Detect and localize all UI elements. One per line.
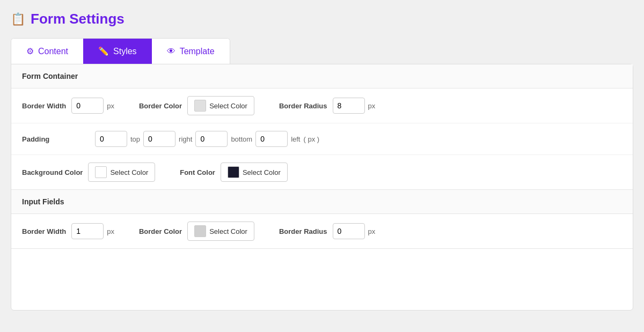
border-radius-input[interactable] xyxy=(333,98,365,114)
border-radius-input-group: px xyxy=(333,98,376,114)
input-border-radius-field: Border Radius px xyxy=(279,223,375,239)
page-title: Form Settings xyxy=(31,11,125,27)
input-border-radius-group: px xyxy=(333,223,376,239)
input-border-width-group: px xyxy=(71,223,114,239)
tab-template[interactable]: 👁 Template xyxy=(152,39,230,64)
padding-left-label: left xyxy=(291,135,300,143)
border-row-1: Border Width px Border Color Select Colo… xyxy=(11,88,633,123)
padding-group: top right bottom left ( px ) xyxy=(95,131,319,147)
input-border-color-label: Border Color xyxy=(139,227,182,235)
form-settings-icon: 📋 xyxy=(11,12,25,26)
template-tab-label: Template xyxy=(180,47,215,56)
bg-color-field: Background Color Select Color xyxy=(22,163,155,182)
border-color-swatch xyxy=(194,100,206,112)
padding-right-input[interactable] xyxy=(143,131,175,147)
content-tab-icon: ⚙ xyxy=(26,46,34,56)
border-width-label: Border Width xyxy=(22,102,66,110)
styles-tab-icon: ✏️ xyxy=(98,46,109,56)
padding-label: Padding xyxy=(22,135,86,143)
input-border-color-swatch xyxy=(194,225,206,237)
border-color-button-label: Select Color xyxy=(209,102,247,110)
tab-styles[interactable]: ✏️ Styles xyxy=(83,39,152,64)
font-color-button[interactable]: Select Color xyxy=(221,163,288,182)
border-width-input[interactable] xyxy=(71,98,104,114)
font-color-label: Font Color xyxy=(180,168,215,176)
border-radius-unit: px xyxy=(368,102,376,110)
input-border-color-button[interactable]: Select Color xyxy=(187,222,254,241)
input-border-color-field: Border Color Select Color xyxy=(139,222,254,241)
padding-bottom-input[interactable] xyxy=(195,131,228,147)
content-tab-label: Content xyxy=(38,47,68,56)
padding-unit-label: ( px ) xyxy=(303,135,319,143)
input-fields-title: Input Fields xyxy=(22,197,64,206)
border-radius-field: Border Radius px xyxy=(279,98,375,114)
border-width-input-group: px xyxy=(71,98,114,114)
border-radius-label: Border Radius xyxy=(279,102,327,110)
bg-color-swatch xyxy=(95,166,107,178)
form-container-title: Form Container xyxy=(22,72,78,80)
input-border-width-input[interactable] xyxy=(71,223,104,239)
bg-color-label: Background Color xyxy=(22,168,83,176)
padding-top-input[interactable] xyxy=(95,131,127,147)
input-border-row: Border Width px Border Color Select Colo… xyxy=(11,214,633,248)
input-border-radius-label: Border Radius xyxy=(279,227,327,235)
border-width-field: Border Width px xyxy=(22,98,114,114)
bg-color-button-label: Select Color xyxy=(110,168,148,176)
font-color-swatch xyxy=(228,166,239,178)
padding-bottom-label: bottom xyxy=(231,135,252,143)
color-row: Background Color Select Color Font Color… xyxy=(11,155,633,189)
page-header: 📋 Form Settings xyxy=(11,11,633,27)
padding-top-label: top xyxy=(130,135,140,143)
form-container-header: Form Container xyxy=(11,64,633,88)
tab-content[interactable]: ⚙ Content xyxy=(11,39,83,64)
styles-tab-label: Styles xyxy=(113,47,137,56)
border-color-button[interactable]: Select Color xyxy=(187,96,254,115)
input-fields-header: Input Fields xyxy=(11,190,633,214)
input-border-width-field: Border Width px xyxy=(22,223,114,239)
font-color-field: Font Color Select Color xyxy=(180,163,288,182)
input-border-radius-unit: px xyxy=(368,227,376,235)
form-container-section: Form Container Border Width px Border Co… xyxy=(11,64,633,190)
input-border-width-unit: px xyxy=(107,227,114,235)
bg-color-button[interactable]: Select Color xyxy=(88,163,155,182)
template-tab-icon: 👁 xyxy=(167,47,175,56)
content-area: Form Container Border Width px Border Co… xyxy=(11,64,633,311)
padding-right-label: right xyxy=(179,135,192,143)
border-color-field: Border Color Select Color xyxy=(139,96,254,115)
input-border-color-label-text: Select Color xyxy=(209,227,247,235)
padding-left-input[interactable] xyxy=(255,131,288,147)
input-border-width-label: Border Width xyxy=(22,227,66,235)
tabs-container: ⚙ Content ✏️ Styles 👁 Template xyxy=(11,38,230,64)
border-color-label: Border Color xyxy=(139,102,182,110)
input-border-radius-input[interactable] xyxy=(333,223,365,239)
border-width-unit: px xyxy=(107,102,114,110)
font-color-button-label: Select Color xyxy=(243,168,281,176)
padding-row: Padding top right bottom left ( px ) xyxy=(11,123,633,155)
input-fields-section: Input Fields Border Width px Border Colo… xyxy=(11,190,633,249)
